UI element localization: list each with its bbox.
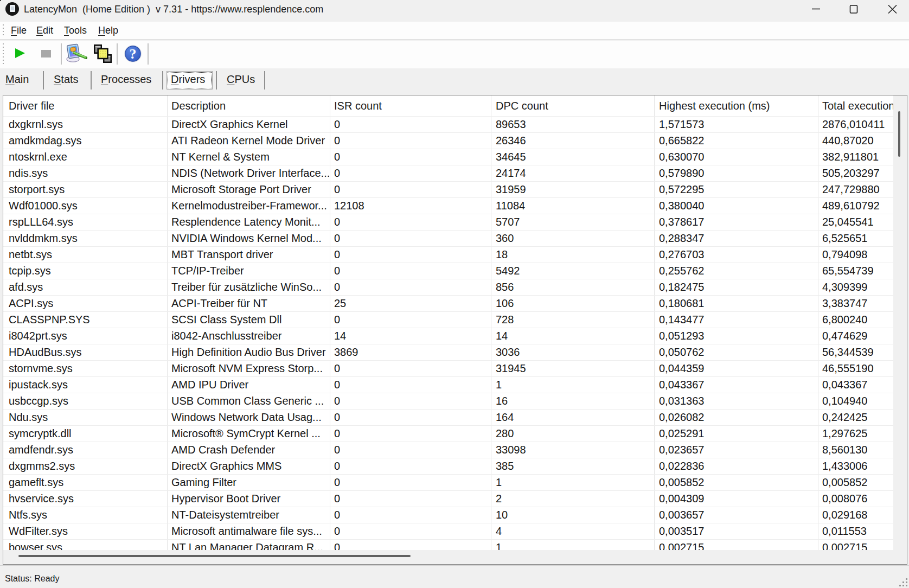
svg-text:?: ? (130, 46, 137, 62)
